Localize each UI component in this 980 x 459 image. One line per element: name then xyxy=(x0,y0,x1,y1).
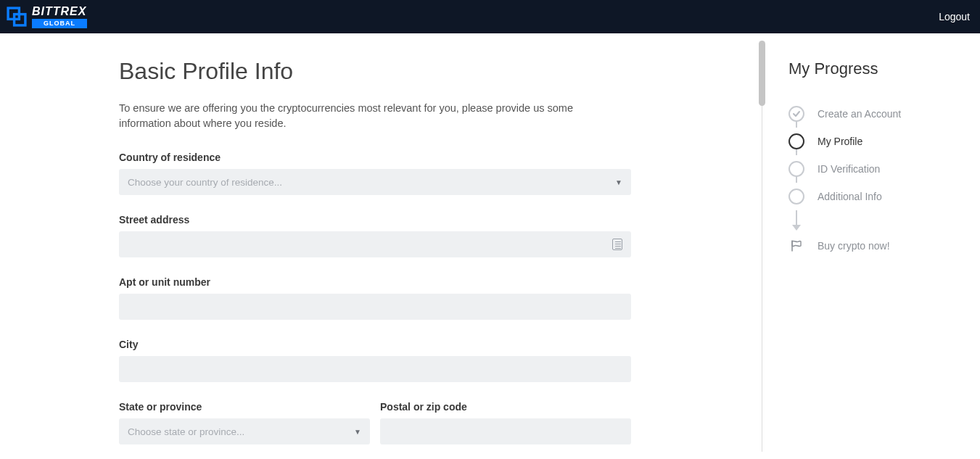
city-input[interactable] xyxy=(119,356,631,382)
final-step-label: Buy crypto now! xyxy=(818,240,890,252)
street-label: Street address xyxy=(119,214,718,226)
chevron-down-icon: ▼ xyxy=(354,428,361,436)
bittrex-logo-icon xyxy=(4,4,29,29)
flag-icon xyxy=(788,238,804,254)
field-apt: Apt or unit number xyxy=(119,276,718,320)
brand-logo[interactable]: BITTREX GLOBAL xyxy=(4,4,87,29)
brand-sub-text: GLOBAL xyxy=(32,19,87,28)
state-select[interactable]: Choose state or province... ▼ xyxy=(119,418,370,444)
country-label: Country of residence xyxy=(119,152,718,163)
step-label: Additional Info xyxy=(818,191,882,202)
apt-label: Apt or unit number xyxy=(119,276,718,288)
field-country: Country of residence Choose your country… xyxy=(119,152,718,195)
step-id-verification: ID Verification xyxy=(788,155,965,183)
circle-icon xyxy=(788,161,804,177)
field-street: Street address xyxy=(119,214,718,257)
app-header: BITTREX GLOBAL Logout xyxy=(0,0,980,33)
step-label: My Profile xyxy=(818,136,862,147)
step-buy-crypto: Buy crypto now! xyxy=(788,238,965,254)
brand-main-text: BITTREX xyxy=(32,6,86,17)
city-label: City xyxy=(119,339,718,350)
vertical-divider xyxy=(762,41,762,452)
circle-icon xyxy=(788,133,804,149)
state-label: State or province xyxy=(119,401,370,413)
brand-text: BITTREX GLOBAL xyxy=(32,6,87,28)
check-circle-icon xyxy=(788,106,804,122)
country-select[interactable]: Choose your country of residence... ▼ xyxy=(119,169,631,195)
apt-input[interactable] xyxy=(119,294,631,320)
page-intro: To ensure we are offering you the crypto… xyxy=(119,101,627,131)
field-state-postal: State or province Choose state or provin… xyxy=(119,401,631,444)
state-placeholder: Choose state or province... xyxy=(128,426,244,437)
chevron-down-icon: ▼ xyxy=(615,178,622,186)
street-input[interactable] xyxy=(119,231,631,257)
logout-link[interactable]: Logout xyxy=(939,11,970,22)
postal-input[interactable] xyxy=(380,418,631,444)
address-card-icon xyxy=(612,239,622,250)
step-my-profile: My Profile xyxy=(788,128,965,155)
step-label: Create an Account xyxy=(818,108,901,120)
country-placeholder: Choose your country of residence... xyxy=(128,177,282,188)
progress-steps: Create an Account My Profile ID Verifica… xyxy=(788,100,965,210)
progress-sidebar: My Progress Create an Account My Profile… xyxy=(762,33,980,459)
progress-title: My Progress xyxy=(788,59,965,78)
step-create-account: Create an Account xyxy=(788,100,965,128)
arrow-down-icon xyxy=(796,210,965,233)
circle-icon xyxy=(788,189,804,204)
field-city: City xyxy=(119,339,718,382)
step-additional-info: Additional Info xyxy=(788,183,965,210)
postal-label: Postal or zip code xyxy=(380,401,631,413)
step-label: ID Verification xyxy=(818,163,880,175)
main-panel: Basic Profile Info To ensure we are offe… xyxy=(0,33,762,459)
page-title: Basic Profile Info xyxy=(119,58,718,85)
